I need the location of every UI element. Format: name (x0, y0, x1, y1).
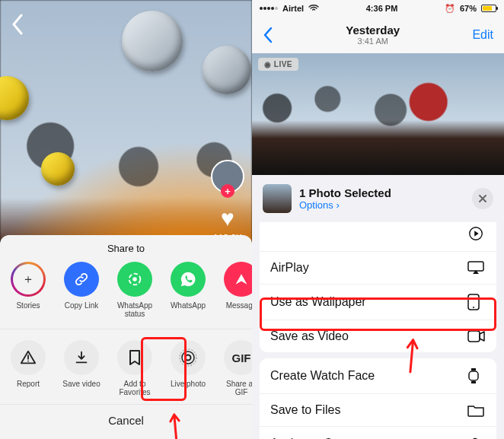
action-label: Report (17, 380, 40, 396)
link-icon (64, 262, 99, 297)
sheet-title: 1 Photo Selected (299, 186, 391, 199)
contact-icon (467, 436, 486, 439)
row-assign-to-contact[interactable]: Assign to Contact (260, 426, 496, 439)
live-photo-icon (171, 340, 206, 375)
share-label: Copy Link (65, 301, 98, 318)
share-title: Share to (0, 243, 252, 254)
action-label: Add to Favorites (116, 380, 154, 396)
nav-bar: Yesterday 3:41 AM Edit (252, 17, 504, 53)
share-stories[interactable]: ＋ Stories (9, 262, 47, 318)
live-badge: ◉ LIVE (258, 58, 298, 71)
row-slideshow-partial[interactable]: Slideshow (260, 222, 496, 251)
status-bar: Airtel 4:36 PM ⏰ 67% (252, 0, 504, 17)
watch-icon (467, 367, 486, 384)
action-label: Save video (62, 380, 100, 396)
whatsapp-status-icon (117, 262, 152, 297)
row-use-wallpaper[interactable]: Use as Wallpaper (260, 284, 496, 320)
folder-icon (467, 403, 486, 417)
row-create-watch-face[interactable]: Create Watch Face (260, 358, 496, 393)
balloon-decor (203, 46, 251, 94)
tiktok-screen: + ♥ 113.8K Share to ＋ Stories Copy Link (0, 0, 252, 439)
share-whatsapp[interactable]: WhatsApp (169, 262, 207, 318)
share-targets-row: ＋ Stories Copy Link WhatsApp status (0, 262, 252, 329)
balloon-decor (41, 152, 75, 186)
share-message[interactable]: Message (222, 262, 252, 318)
row-label: Save as Video (270, 329, 349, 343)
gif-icon: GIF (224, 340, 252, 375)
sheet-header: 1 Photo Selected Options › (252, 175, 504, 222)
row-label: AirPlay (270, 261, 309, 275)
row-label: Use as Wallpaper (270, 295, 366, 309)
whatsapp-icon (171, 262, 206, 297)
photo-preview[interactable] (252, 53, 504, 175)
sheet-thumbnail (263, 184, 292, 213)
report-icon (11, 340, 46, 375)
balloon-decor (122, 11, 183, 72)
stories-icon: ＋ (11, 262, 46, 297)
video-sidebar: + ♥ 113.8K (211, 160, 244, 243)
share-panel: Share to ＋ Stories Copy Link WhatsApp (0, 235, 252, 439)
svg-point-1 (132, 277, 137, 282)
row-label: Create Watch Face (270, 369, 375, 383)
wifi-icon (308, 5, 319, 12)
row-save-as-video[interactable]: Save as Video (260, 320, 496, 352)
action-live-photo[interactable]: Live photo (169, 340, 207, 396)
alarm-icon: ⏰ (445, 4, 455, 14)
signal-icon (260, 7, 278, 10)
share-label: WhatsApp status (116, 301, 154, 318)
nav-title-sub: 3:41 AM (346, 37, 400, 46)
cancel-button[interactable]: Cancel (0, 405, 252, 436)
action-share-gif[interactable]: GIF Share as GIF (222, 340, 252, 396)
svg-rect-8 (468, 262, 483, 271)
heart-icon: ♥ (221, 205, 234, 231)
back-button[interactable] (11, 14, 24, 35)
sheet-options-button[interactable]: Options › (299, 199, 391, 211)
action-add-favorites[interactable]: Add to Favorites (116, 340, 154, 396)
video-icon (467, 330, 486, 342)
action-save-video[interactable]: Save video (62, 340, 100, 396)
svg-rect-13 (471, 368, 476, 371)
nav-back-button[interactable] (263, 27, 273, 43)
actions-row: Report Save video Add to Favorites (0, 329, 252, 404)
action-label: Share as GIF (222, 380, 252, 396)
svg-point-4 (186, 355, 191, 361)
ios-photos-screen: Airtel 4:36 PM ⏰ 67% Yesterday 3:41 AM E… (252, 0, 504, 439)
svg-rect-11 (468, 331, 480, 342)
play-circle-icon (467, 225, 486, 242)
svg-point-3 (27, 361, 29, 362)
battery-percent: 67% (460, 4, 477, 13)
svg-rect-12 (469, 371, 478, 380)
nav-title: Yesterday 3:41 AM (346, 24, 400, 46)
battery-icon (481, 5, 496, 12)
svg-rect-14 (471, 381, 476, 383)
carrier-label: Airtel (282, 4, 304, 13)
share-label: Message (226, 301, 252, 318)
nav-title-main: Yesterday (346, 24, 400, 37)
phone-icon (467, 294, 486, 310)
action-label: Live photo (171, 380, 206, 396)
download-icon (64, 340, 99, 375)
share-label: Stories (16, 301, 40, 318)
share-whatsapp-status[interactable]: WhatsApp status (116, 262, 154, 318)
action-report[interactable]: Report (9, 340, 47, 396)
message-icon (224, 262, 252, 297)
svg-point-10 (473, 307, 474, 308)
nav-edit-button[interactable]: Edit (472, 28, 493, 42)
status-time: 4:36 PM (366, 4, 398, 13)
bookmark-icon (117, 340, 152, 375)
row-label: Save to Files (270, 403, 340, 417)
sheet-close-button[interactable] (472, 188, 493, 209)
airplay-icon (467, 261, 486, 275)
follow-plus-icon[interactable]: + (221, 184, 234, 198)
share-sheet: 1 Photo Selected Options › Slideshow Air… (252, 175, 504, 439)
row-save-to-files[interactable]: Save to Files (260, 393, 496, 426)
svg-point-5 (182, 352, 194, 364)
share-copy-link[interactable]: Copy Link (62, 262, 100, 318)
avatar[interactable]: + (211, 160, 244, 193)
share-label: WhatsApp (171, 301, 206, 318)
row-airplay[interactable]: AirPlay (260, 251, 496, 284)
